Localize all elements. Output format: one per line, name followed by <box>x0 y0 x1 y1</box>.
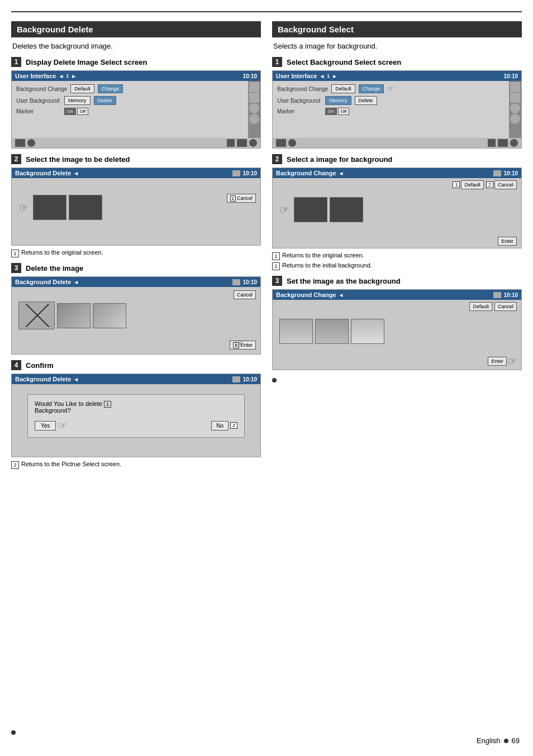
r-hand-cursor-2: ☞ <box>279 203 289 217</box>
left-screen1-title-text: User Interface <box>15 73 56 79</box>
left-screen1-row2: User Background Memory Delete <box>16 96 242 105</box>
left-screen3-titlebar-left: Background Delete ◄ <box>15 279 79 285</box>
left-screen2-content: 1Cancel ☞ <box>12 178 260 245</box>
dialog-text2: Background? <box>35 407 71 414</box>
r-screen3-icon <box>493 292 501 298</box>
left-screen1-titlebar-left: User Interface ◄ 1 ► <box>15 73 77 79</box>
r-bottom-icon-3 <box>488 139 496 147</box>
r-footnote-num-1: 1 <box>272 252 280 260</box>
off-toggle[interactable]: Off <box>77 108 89 115</box>
left-screen2-title-text: Background Delete <box>15 170 71 176</box>
r-enter-btn3[interactable]: Enter <box>488 357 507 366</box>
img-thumb-2[interactable] <box>69 195 102 220</box>
cancel-btn-1[interactable]: 1Cancel <box>227 194 256 203</box>
left-screen4-titlebar: Background Delete ◄ 10:10 <box>12 374 260 384</box>
no-btn[interactable]: No <box>211 421 229 430</box>
default-btn[interactable]: Default <box>70 84 94 93</box>
r-side-icon-3 <box>510 103 520 113</box>
right-screen2-arrow-icon: ◄ <box>339 170 344 176</box>
r-marker-toggle: On Off <box>325 108 349 115</box>
r-footnote-text-1: Returns to the original screen. <box>282 252 364 259</box>
right-step1-num: 1 <box>272 57 282 67</box>
r-delete-btn[interactable]: Delete <box>355 96 377 105</box>
right-screen2: Background Change ◄ 10:10 1 Default <box>272 168 522 248</box>
right-step2-footnote2: 2 Returns to the initial background. <box>272 262 522 270</box>
right-screen1: User Interface ◄ 1 ► 10:10 <box>272 70 522 149</box>
right-screen2-titlebar: Background Change ◄ 10:10 <box>273 168 521 178</box>
no-btn-group: No 2 <box>211 421 237 430</box>
r-img-thumb-1[interactable] <box>294 197 327 222</box>
side-icon-3 <box>249 103 259 113</box>
right-screen1-rows: Background Change Default Change ☞ User … <box>277 84 517 115</box>
r-bottom-icon-4 <box>498 139 508 147</box>
right-screen2-time: 10:10 <box>493 170 518 176</box>
screen3-time-val: 10:10 <box>242 279 257 285</box>
r-sky-thumb-2[interactable] <box>315 319 349 344</box>
img-thumb-1[interactable] <box>33 195 66 220</box>
r-default-btn2[interactable]: Default <box>461 180 484 189</box>
r-memory-btn[interactable]: Memory <box>325 96 351 105</box>
left-screen1-row1: Background Change Default Change <box>16 84 242 93</box>
bottom-left-bullet <box>11 730 16 735</box>
r-bottom-icon-5 <box>510 139 518 147</box>
screen4-time-val: 10:10 <box>242 376 257 382</box>
r-change-btn[interactable]: Change <box>359 84 384 93</box>
img-thumb-3c[interactable] <box>93 303 126 328</box>
footer-lang: English <box>477 736 501 745</box>
r-footnote-num-2: 2 <box>272 262 280 270</box>
side-icon-4 <box>249 114 259 124</box>
right-screen2-title-text: Background Change <box>276 170 336 176</box>
r-marker-label: Marker <box>277 108 322 114</box>
right-screen2-titlebar-left: Background Change ◄ <box>276 170 344 176</box>
r-cancel-btn2[interactable]: Cancel <box>494 180 517 189</box>
r-sky-thumb-3[interactable] <box>351 319 384 344</box>
right-bullet-area <box>272 376 522 382</box>
hand-cursor-3: ☞ <box>235 337 244 350</box>
r-default-btn[interactable]: Default <box>331 84 355 93</box>
r-enter-btn-2[interactable]: Enter <box>498 237 517 246</box>
yes-btn[interactable]: Yes <box>35 421 56 430</box>
delete-btn[interactable]: Delete <box>94 96 116 105</box>
bottom-icon-2 <box>27 139 35 147</box>
hand-cursor-4: ☞ <box>58 419 67 432</box>
confirm-dialog: Would You Like to delete 1 Background? Y… <box>27 394 245 438</box>
r-sky-thumb-1[interactable] <box>279 319 313 344</box>
change-btn[interactable]: Change <box>98 84 123 93</box>
yes-label: Yes <box>41 423 50 429</box>
img-thumb-3b[interactable] <box>57 303 91 328</box>
footer-bullet <box>504 739 508 743</box>
r-img-thumb-2[interactable] <box>330 197 363 222</box>
dialog-text1: Would You Like to delete <box>35 400 104 407</box>
left-screen3-imgs <box>14 298 258 333</box>
right-screen1-row1: Background Change Default Change ☞ <box>277 84 503 93</box>
right-step3-header: 3 Set the image as the background <box>272 276 522 286</box>
right-section-title: Background Select <box>272 21 522 37</box>
right-screen2-content: 1 Default 2 Cancel ☞ <box>273 178 521 248</box>
top-divider <box>11 11 522 12</box>
left-screen2: Background Delete ◄ 10:10 1Cancel <box>11 168 261 246</box>
r-default-btn3[interactable]: Default <box>469 302 492 311</box>
right-step2-header: 2 Select a image for background <box>272 154 522 164</box>
right-screen3-title-text: Background Change <box>276 291 336 298</box>
right-screen2-imgs: ☞ <box>275 194 519 226</box>
right-step2-footnote1: 1 Returns to the original screen. <box>272 252 522 260</box>
on-toggle[interactable]: On <box>64 108 76 115</box>
footnote-text-2: Returns to the Pictrue Select screen. <box>21 461 121 467</box>
r-side-icon-1 <box>510 82 520 92</box>
right-column: Background Select Selects a image for ba… <box>272 21 522 469</box>
cancel-btn-3[interactable]: Cancel <box>234 290 256 299</box>
right-screen1-title-text: User Interface <box>276 73 317 79</box>
left-screen3-arrow-icon: ◄ <box>73 279 79 285</box>
right-step1-label: Select Background Select screen <box>287 58 401 66</box>
left-screen2-inner: Background Delete ◄ 10:10 1Cancel <box>12 168 260 245</box>
r-on-toggle[interactable]: On <box>325 108 337 115</box>
r-off-toggle[interactable]: Off <box>338 108 350 115</box>
r-screen2-time-val: 10:10 <box>503 170 518 176</box>
r-cancel-btn3[interactable]: Cancel <box>494 302 517 311</box>
right-screen1-side-icons <box>509 81 521 138</box>
right-screen3-titlebar: Background Change ◄ 10:10 <box>273 290 521 300</box>
memory-btn[interactable]: Memory <box>64 96 91 105</box>
r-side-icon-2 <box>510 93 520 103</box>
left-screen4-titlebar-left: Background Delete ◄ <box>15 376 79 382</box>
r-hand-1: ☞ <box>387 84 394 93</box>
